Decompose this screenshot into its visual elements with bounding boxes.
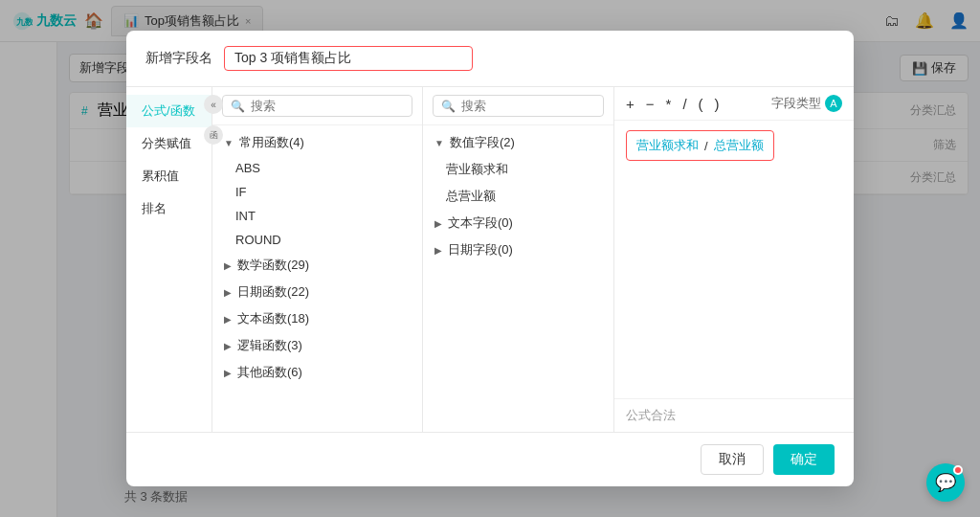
- expand-arrow-icon: ▶: [224, 314, 232, 325]
- fields-panel: 🔍 ▼ 数值字段(2) 营业额求和 总营业额: [423, 87, 614, 432]
- modal-nav: « 函 公式/函数 分类赋值 累积值 排名: [126, 87, 212, 432]
- modal-body: « 函 公式/函数 分类赋值 累积值 排名 🔍 ▼: [126, 87, 854, 432]
- op-divide[interactable]: /: [682, 96, 686, 112]
- expand-arrow-icon: ▶: [224, 287, 232, 298]
- formula-expression: 营业额求和 / 总营业额: [626, 130, 774, 161]
- field-type-badge: A: [825, 95, 842, 112]
- functions-panel: 🔍 ▼ 常用函数(4) ABS IF INT ROUND: [212, 87, 423, 432]
- confirm-button[interactable]: 确定: [773, 444, 835, 475]
- func-int[interactable]: INT: [212, 204, 422, 228]
- functions-search-wrap: 🔍: [222, 95, 412, 117]
- func-group-text[interactable]: ▶ 文本函数(18): [212, 305, 422, 332]
- cancel-button[interactable]: 取消: [701, 444, 764, 475]
- formula-toolbar: + − * / ( ) 字段类型 A: [614, 87, 854, 121]
- nav-item-rank[interactable]: 排名: [126, 192, 212, 225]
- fields-search-icon: 🔍: [441, 100, 456, 113]
- nav-item-formula[interactable]: 公式/函数: [126, 95, 212, 127]
- func-group-label: 日期函数(22): [237, 283, 309, 301]
- field-revenue-sum[interactable]: 营业额求和: [423, 156, 613, 183]
- field-label: 营业额求和: [446, 161, 508, 178]
- formula-editor: + − * / ( ) 字段类型 A 营业额求和 / 总营业额: [614, 87, 854, 432]
- nav-hint-button[interactable]: 函: [204, 125, 223, 145]
- formula-status: 公式合法: [614, 398, 854, 432]
- expr-divider: /: [704, 139, 708, 153]
- functions-tree: ▼ 常用函数(4) ABS IF INT ROUND ▶ 数学函数(29) ▶ …: [212, 125, 422, 432]
- field-group-date[interactable]: ▶ 日期字段(0): [423, 236, 613, 263]
- formula-content[interactable]: 营业额求和 / 总营业额: [614, 121, 854, 398]
- func-group-label: 逻辑函数(3): [237, 337, 302, 354]
- func-round[interactable]: ROUND: [212, 228, 422, 252]
- expand-arrow-icon: ▶: [224, 260, 232, 271]
- func-group-logic[interactable]: ▶ 逻辑函数(3): [212, 332, 422, 359]
- field-group-text[interactable]: ▶ 文本字段(0): [423, 210, 613, 236]
- modal-dialog: 新增字段名 « 函 公式/函数 分类赋值 累积值 排名 🔍: [126, 31, 854, 486]
- field-type-text: 字段类型: [771, 95, 821, 112]
- field-group-numeric[interactable]: ▼ 数值字段(2): [423, 129, 613, 156]
- modal-overlay: 新增字段名 « 函 公式/函数 分类赋值 累积值 排名 🔍: [0, 0, 980, 517]
- field-group-label: 日期字段(0): [448, 241, 513, 258]
- chat-bubble-button[interactable]: 💬: [926, 463, 965, 502]
- modal-header: 新增字段名: [126, 31, 854, 87]
- func-if[interactable]: IF: [212, 180, 422, 204]
- fields-tree: ▼ 数值字段(2) 营业额求和 总营业额 ▶ 文本字段(0): [423, 125, 613, 432]
- func-group-common[interactable]: ▼ 常用函数(4): [212, 129, 422, 156]
- op-plus[interactable]: +: [626, 96, 635, 112]
- expand-arrow-icon: ▶: [434, 218, 442, 229]
- func-group-date[interactable]: ▶ 日期函数(22): [212, 279, 422, 305]
- functions-search-icon: 🔍: [231, 100, 245, 113]
- field-total-revenue[interactable]: 总营业额: [423, 183, 613, 210]
- func-abs[interactable]: ABS: [212, 156, 422, 180]
- func-group-label: 数学函数(29): [237, 257, 309, 274]
- func-group-label: 文本函数(18): [237, 310, 309, 327]
- functions-search-input[interactable]: [251, 99, 404, 113]
- op-multiply[interactable]: *: [666, 96, 672, 112]
- expr-part-2: 总营业额: [714, 137, 764, 154]
- fields-search-area: 🔍: [423, 87, 613, 125]
- func-group-label: 其他函数(6): [237, 364, 302, 381]
- modal-title: 新增字段名: [145, 50, 212, 67]
- modal-footer: 取消 确定: [126, 432, 854, 486]
- expand-arrow-icon: ▼: [434, 138, 444, 148]
- field-group-label: 文本字段(0): [448, 214, 513, 232]
- op-close-paren[interactable]: ): [715, 96, 720, 112]
- field-name-input[interactable]: [224, 46, 473, 71]
- nav-item-category[interactable]: 分类赋值: [126, 127, 212, 160]
- op-minus[interactable]: −: [646, 96, 655, 112]
- expr-part-1: 营业额求和: [636, 137, 699, 154]
- func-group-label: 常用函数(4): [239, 134, 304, 151]
- expand-arrow-icon: ▶: [224, 341, 232, 351]
- expand-arrow-icon: ▶: [434, 245, 442, 256]
- field-label: 总营业额: [446, 188, 496, 205]
- func-group-other[interactable]: ▶ 其他函数(6): [212, 359, 422, 386]
- func-group-math[interactable]: ▶ 数学函数(29): [212, 252, 422, 279]
- field-group-label: 数值字段(2): [450, 134, 515, 151]
- fields-search-input[interactable]: [461, 99, 595, 113]
- nav-collapse-button[interactable]: «: [204, 95, 223, 114]
- field-type-selector[interactable]: 字段类型 A: [771, 95, 842, 112]
- functions-search-area: 🔍: [212, 87, 422, 125]
- expand-arrow-icon: ▶: [224, 368, 232, 378]
- op-open-paren[interactable]: (: [699, 96, 703, 112]
- expand-arrow-icon: ▼: [224, 138, 234, 148]
- nav-item-cumulative[interactable]: 累积值: [126, 160, 212, 192]
- fields-search-wrap: 🔍: [433, 95, 604, 117]
- chat-notification-dot: [953, 465, 963, 475]
